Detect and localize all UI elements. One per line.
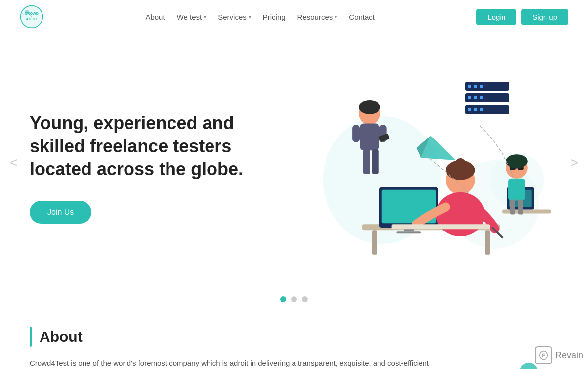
svg-rect-7 [465,82,509,91]
svg-rect-53 [518,200,523,215]
chevron-down-icon: ▾ [249,14,251,20]
svg-rect-24 [363,149,370,174]
nav-item-pricing[interactable]: Pricing [263,13,286,21]
svg-rect-51 [508,179,525,201]
revain-watermark: Revain [535,346,583,364]
carousel-dot-3[interactable] [302,296,308,302]
svg-rect-35 [396,231,421,233]
hero-section: < Young, experienced and skilled freelan… [0,34,588,291]
chevron-down-icon: ▾ [335,14,337,20]
svg-rect-23 [360,124,379,151]
nav-links: About We test ▾ Services ▾ Pricing Resou… [145,13,375,21]
svg-rect-30 [372,230,377,255]
about-body-text: Crowd4Test is one of the world's foremos… [30,357,440,369]
svg-rect-31 [485,230,490,255]
svg-rect-43 [502,209,551,213]
svg-rect-15 [465,105,509,114]
svg-rect-9 [474,85,477,88]
prev-slide-button[interactable]: < [10,155,18,171]
logo[interactable]: CROWD 4TEST [20,5,43,29]
revain-icon [535,346,552,364]
svg-rect-25 [372,149,378,174]
logo-svg: CROWD 4TEST [20,5,43,29]
join-us-button[interactable]: Join Us [30,201,91,224]
hero-text: Young, experienced and skilled freelance… [30,112,267,224]
nav-actions: Login Sign up [476,9,568,25]
nav-item-resources[interactable]: Resources ▾ [297,13,337,21]
svg-rect-13 [474,96,477,99]
navbar: CROWD 4TEST About We test ▾ Services ▾ P… [0,0,588,34]
about-title: About [40,328,83,345]
svg-rect-11 [465,93,509,102]
svg-rect-14 [480,96,483,99]
svg-text:4TEST: 4TEST [26,17,38,21]
nav-link-contact[interactable]: Contact [349,13,375,21]
carousel-dots [0,296,588,302]
svg-rect-12 [468,96,471,99]
nav-link-pricing[interactable]: Pricing [263,13,286,21]
hero-illustration [284,61,558,274]
hero-svg [284,61,558,274]
svg-rect-8 [468,85,471,88]
svg-rect-16 [468,108,471,111]
about-section: About Crowd4Test is one of the world's f… [0,312,588,369]
nav-item-contact[interactable]: Contact [349,13,375,21]
next-slide-button[interactable]: > [570,155,578,171]
nav-link-services[interactable]: Services ▾ [218,13,251,21]
svg-point-50 [506,154,528,168]
svg-rect-26 [352,125,360,142]
carousel-dot-2[interactable] [291,296,297,302]
svg-point-22 [359,100,380,114]
svg-rect-41 [391,224,490,229]
nav-item-wetest[interactable]: We test ▾ [177,13,207,21]
signup-button[interactable]: Sign up [521,9,568,25]
hero-heading: Young, experienced and skilled freelance… [30,112,267,181]
revain-logo-icon [539,350,548,360]
svg-rect-18 [480,108,483,111]
login-button[interactable]: Login [476,9,516,25]
nav-link-wetest[interactable]: We test ▾ [177,13,207,21]
about-title-wrap: About [30,327,558,347]
nav-link-resources[interactable]: Resources ▾ [297,13,337,21]
svg-point-38 [454,158,466,170]
about-title-border [30,327,32,347]
carousel-dot-1[interactable] [280,296,286,302]
nav-item-services[interactable]: Services ▾ [218,13,251,21]
chevron-down-icon: ▾ [204,14,206,20]
about-content: Crowd4Test is one of the world's foremos… [30,357,558,369]
svg-rect-52 [510,200,515,215]
svg-rect-17 [474,108,477,111]
revain-label: Revain [555,350,583,361]
nav-link-about[interactable]: About [145,13,165,21]
nav-item-about[interactable]: About [145,13,165,21]
svg-rect-10 [480,85,483,88]
